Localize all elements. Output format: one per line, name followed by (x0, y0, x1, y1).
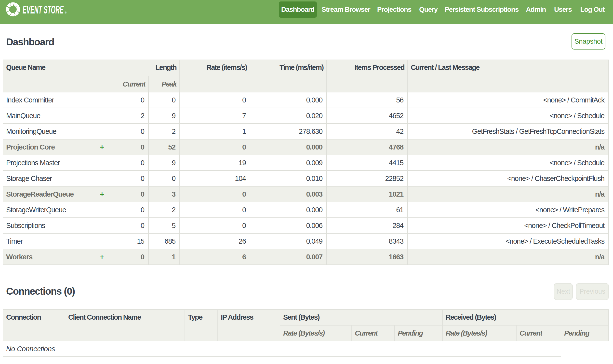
svg-text:®: ® (65, 11, 67, 14)
svg-text:EVENT STORE: EVENT STORE (23, 4, 64, 16)
